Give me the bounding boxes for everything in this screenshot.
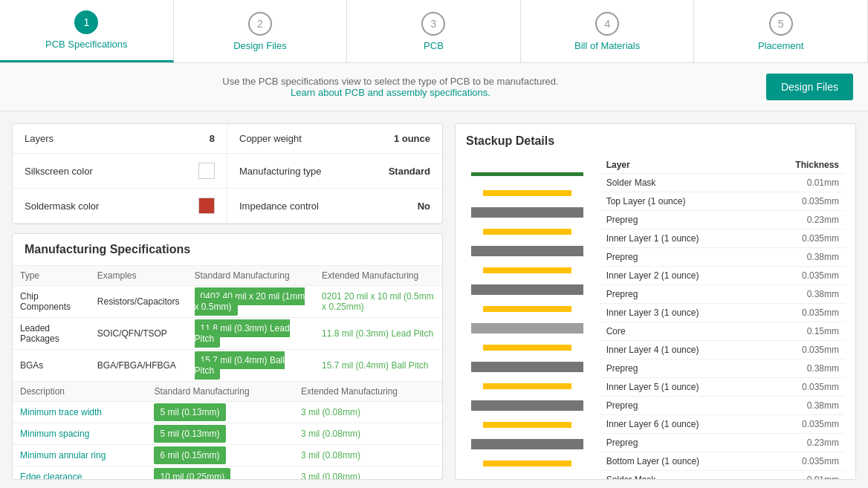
t2-standard: 6 mil (0.15mm) xyxy=(146,445,293,466)
left-panel: Layers 8 Copper weight 1 ounce Silkscree… xyxy=(12,123,443,480)
spec-cell-impedance: Impedance control No xyxy=(227,189,442,224)
stackup-bars xyxy=(466,157,589,480)
stackup-bar-row xyxy=(466,203,589,222)
t1-examples: SOIC/QFN/TSOP xyxy=(90,318,187,350)
stackup-layer-thickness: 0.035mm xyxy=(760,304,845,322)
wizard-step-1[interactable]: 1 PCB Specifications xyxy=(0,0,174,62)
stackup-bar-row xyxy=(466,473,589,480)
stackup-th-layer: Layer xyxy=(600,157,760,174)
stackup-table-row: Inner Layer 4 (1 ounce) 0.035mm xyxy=(600,341,845,360)
soldermask-label: Soldermask color xyxy=(25,201,99,212)
stackup-bar-row xyxy=(466,183,589,203)
t1-extended: 11.8 mil (0.3mm) Lead Pitch xyxy=(314,318,442,350)
stackup-bar-row xyxy=(466,357,589,377)
stackup-layer-name: Top Layer (1 ounce) xyxy=(600,192,760,211)
spec-cell-copper-weight: Copper weight 1 ounce xyxy=(227,124,442,154)
wizard-bar: 1 PCB Specifications 2 Design Files 3 PC… xyxy=(0,0,868,63)
stackup-layer-thickness: 0.01mm xyxy=(760,174,845,192)
step-label-2: Design Files xyxy=(233,40,287,51)
step-label-3: PCB xyxy=(424,40,444,51)
info-bar-text: Use the PCB specifications view to selec… xyxy=(15,76,766,98)
t2-standard: 5 mil (0.13mm) xyxy=(146,402,293,423)
spec-cell-layers: Layers 8 xyxy=(13,124,227,154)
t1-standard: 15.7 mil (0.4mm) Ball Pitch xyxy=(187,350,315,382)
stackup-title: Stackup Details xyxy=(466,134,845,148)
t2-extended: 3 mil (0.08mm) xyxy=(294,423,442,445)
stackup-layer-name: Inner Layer 1 (1 ounce) xyxy=(600,230,760,248)
stackup-table-row: Solder Mask 0.01mm xyxy=(600,174,845,192)
stackup-bar-row xyxy=(466,299,589,319)
t2-extended: 3 mil (0.08mm) xyxy=(294,466,442,481)
stackup-bar xyxy=(483,383,571,389)
silkscreen-label: Silkscreen color xyxy=(25,166,93,177)
stackup-bar xyxy=(483,190,571,196)
mfg-table-1: Type Examples Standard Manufacturing Ext… xyxy=(13,265,442,381)
stackup-layer-thickness: 0.035mm xyxy=(760,415,845,434)
stackup-layer-name: Inner Layer 2 (1 ounce) xyxy=(600,267,760,285)
step-circle-1: 1 xyxy=(74,10,98,34)
th-standard-mfg: Standard Manufacturing xyxy=(187,266,315,286)
silkscreen-swatch[interactable] xyxy=(198,163,215,179)
mfg-title: Manufacturing Specifications xyxy=(13,234,442,265)
stackup-bar xyxy=(471,323,583,334)
stackup-layer-thickness: 0.035mm xyxy=(760,267,845,285)
t1-standard: 11.8 mil (0.3mm) Lead Pitch xyxy=(187,318,315,350)
stackup-bar xyxy=(483,422,571,428)
stackup-bar-row xyxy=(466,454,589,473)
spec-cell-silkscreen: Silkscreen color xyxy=(13,154,227,189)
th-type: Type xyxy=(13,266,90,286)
th2-standard: Standard Manufacturing xyxy=(146,382,293,402)
layers-label: Layers xyxy=(25,133,54,144)
soldermask-swatch[interactable] xyxy=(198,198,215,214)
stackup-layer-thickness: 0.035mm xyxy=(760,230,845,248)
copper-weight-label: Copper weight xyxy=(239,133,302,144)
stackup-bar xyxy=(471,207,583,218)
stackup-layer-name: Inner Layer 3 (1 ounce) xyxy=(600,304,760,322)
stackup-table-row: Inner Layer 6 (1 ounce) 0.035mm xyxy=(600,415,845,434)
step-circle-5: 5 xyxy=(769,12,793,36)
stackup-bar-row xyxy=(466,261,589,280)
th-examples: Examples xyxy=(90,266,187,286)
stackup-layer-name: Inner Layer 5 (1 ounce) xyxy=(600,378,760,397)
mfg-table2-row: Minimum trace width 5 mil (0.13mm) 3 mil… xyxy=(13,402,442,423)
wizard-step-4[interactable]: 4 Bill of Materials xyxy=(521,0,695,62)
design-files-button[interactable]: Design Files xyxy=(766,74,853,100)
stackup-bar-row xyxy=(466,415,589,435)
stackup-table-row: Prepreg 0.38mm xyxy=(600,248,845,267)
stackup-table-row: Inner Layer 1 (1 ounce) 0.035mm xyxy=(600,230,845,248)
mfg-specs: Manufacturing Specifications Type Exampl… xyxy=(12,233,443,480)
stackup-bar xyxy=(471,362,583,372)
stackup-layer-thickness: 0.01mm xyxy=(760,471,845,481)
t2-standard: 5 mil (0.13mm) xyxy=(146,423,293,445)
mfg-table1-row: BGAs BGA/FBGA/HFBGA 15.7 mil (0.4mm) Bal… xyxy=(13,350,442,382)
stackup-table-row: Bottom Layer (1 ounce) 0.035mm xyxy=(600,452,845,471)
stackup-bar xyxy=(471,439,583,449)
stackup-layer-name: Core xyxy=(600,322,760,341)
stackup-bar xyxy=(483,306,571,312)
stackup-bar-row xyxy=(466,222,589,241)
mfg-table-2: Description Standard Manufacturing Exten… xyxy=(13,381,442,480)
info-bar: Use the PCB specifications view to selec… xyxy=(0,63,868,111)
t1-extended: 0201 20 mil x 10 mil (0.5mm x 0.25mm) xyxy=(314,286,442,318)
stackup-layer-thickness: 0.38mm xyxy=(760,285,845,304)
step-circle-4: 4 xyxy=(595,12,619,36)
stackup-content: Layer Thickness Solder Mask 0.01mm Top L… xyxy=(466,157,845,480)
stackup-table-row: Prepreg 0.38mm xyxy=(600,285,845,304)
t1-extended: 15.7 mil (0.4mm) Ball Pitch xyxy=(314,350,442,382)
learn-more-link[interactable]: Learn about PCB and assembly specificati… xyxy=(291,87,490,98)
t1-examples: BGA/FBGA/HFBGA xyxy=(90,350,187,382)
stackup-layer-name: Inner Layer 6 (1 ounce) xyxy=(600,415,760,434)
stackup-table-row: Prepreg 0.23mm xyxy=(600,434,845,452)
th2-desc: Description xyxy=(13,382,146,402)
stackup-bar-row xyxy=(466,164,589,183)
stackup-layer-name: Solder Mask xyxy=(600,174,760,192)
wizard-step-2[interactable]: 2 Design Files xyxy=(174,0,348,62)
impedance-value: No xyxy=(418,201,430,212)
stackup-table-row: Inner Layer 2 (1 ounce) 0.035mm xyxy=(600,267,845,285)
step-circle-3: 3 xyxy=(421,12,445,36)
mfg-table2-row: Edge clearance 10 mil (0.25mm) 3 mil (0.… xyxy=(13,466,442,481)
wizard-step-3[interactable]: 3 PCB xyxy=(347,0,521,62)
wizard-step-5[interactable]: 5 Placement xyxy=(694,0,868,62)
stackup-layer-thickness: 0.035mm xyxy=(760,452,845,471)
stackup-layer-thickness: 0.38mm xyxy=(760,360,845,378)
